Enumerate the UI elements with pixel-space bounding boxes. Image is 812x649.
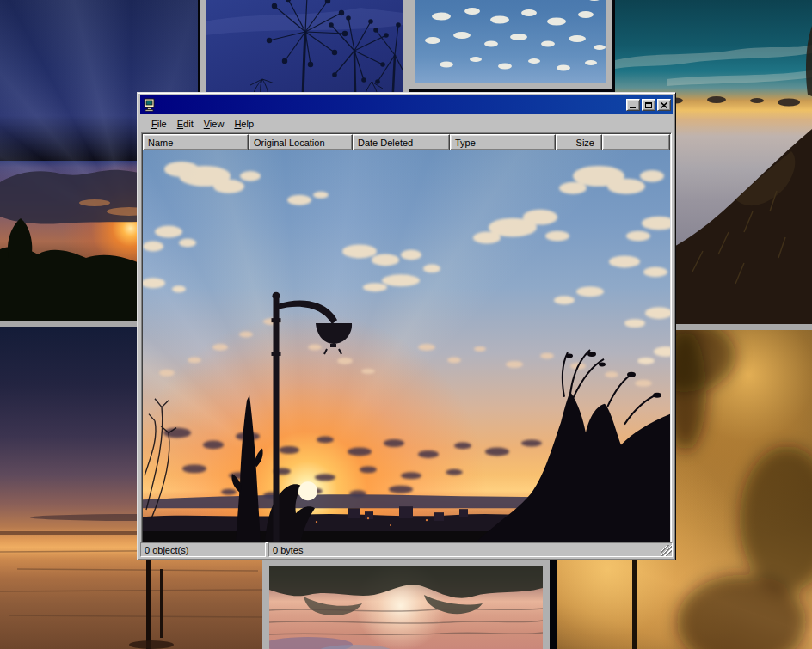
status-total-size: 0 bytes [268, 542, 673, 557]
column-header-stub [602, 134, 670, 150]
column-header-date-deleted[interactable]: Date Deleted [353, 134, 450, 150]
close-icon [661, 102, 667, 108]
column-header-row: Name Original Location Date Deleted Type… [143, 134, 670, 150]
menu-help[interactable]: Help [229, 118, 259, 130]
recycle-bin-window: File Edit View Help Name Original Locati… [137, 92, 676, 560]
maximize-icon [645, 102, 652, 108]
column-header-type[interactable]: Type [450, 134, 556, 150]
menu-view[interactable]: View [199, 118, 230, 130]
maximize-button[interactable] [642, 99, 655, 111]
file-list-view[interactable]: Name Original Location Date Deleted Type… [141, 132, 672, 543]
menu-file[interactable]: File [146, 118, 172, 130]
window-background-photo-sunset-lamp [143, 150, 670, 542]
status-object-count: 0 object(s) [140, 542, 266, 557]
wallpaper-photo-water-reflection [262, 559, 550, 649]
computer-icon [143, 98, 157, 112]
minimize-button[interactable] [626, 99, 640, 111]
close-button[interactable] [657, 99, 671, 111]
menu-edit[interactable]: Edit [172, 118, 199, 130]
desktop: { "window": { "title": "", "menu": { "it… [0, 0, 812, 649]
wallpaper-photo-blue-sky-clouds [409, 0, 612, 89]
minimize-icon [630, 107, 636, 108]
resize-grip-icon[interactable] [661, 545, 672, 556]
column-header-name[interactable]: Name [143, 134, 249, 150]
menu-bar: File Edit View Help [140, 116, 673, 132]
column-header-size[interactable]: Size [556, 134, 602, 150]
title-bar[interactable] [140, 95, 673, 114]
status-bar: 0 object(s) 0 bytes [140, 542, 673, 557]
column-header-original-location[interactable]: Original Location [249, 134, 353, 150]
